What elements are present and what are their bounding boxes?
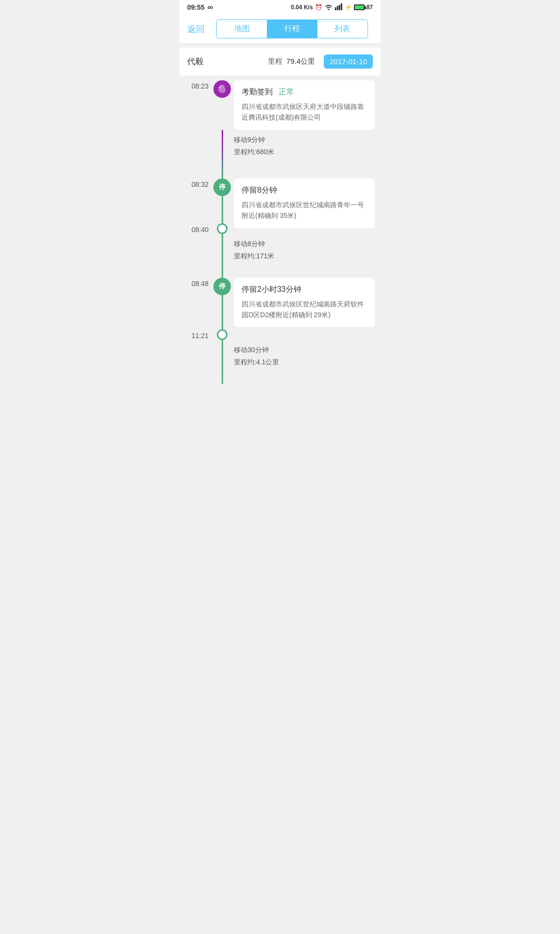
time-0840: 08:40	[179, 224, 212, 234]
tabs-container: 地图 行程 列表	[216, 19, 368, 38]
time-0823: 08:23	[179, 80, 212, 130]
event-end-row-2: 11:21	[179, 329, 381, 340]
dot-stop-2: 停	[213, 278, 231, 295]
vline-purple-top	[222, 130, 223, 140]
status-left: 09:55 ∞	[187, 3, 213, 12]
dot-end-1	[217, 223, 228, 234]
move-time-col-2	[179, 234, 212, 278]
network-speed: 0.04 K/s	[291, 4, 313, 11]
svg-rect-2	[339, 5, 340, 10]
time-1121: 11:21	[179, 330, 212, 340]
event-card-2: 停留8分钟 四川省成都市武侯区世纪城南路青年一号附近(精确到 35米)	[234, 179, 375, 228]
event-row-3: 08:48 停 停留2小时33分钟 四川省成都市武侯区世纪城南路天府软件园D区D…	[179, 278, 381, 334]
infinity-icon: ∞	[208, 3, 213, 12]
move-dist-2: 里程约:171米	[234, 250, 375, 262]
move-line-col-3	[212, 340, 232, 384]
dot-end-2	[217, 329, 228, 340]
svg-rect-1	[337, 6, 338, 10]
date-badge: 2017-01-10	[324, 54, 373, 69]
event-title-1: 考勤签到 正常	[242, 87, 367, 97]
timeline-section-3: 08:48 停 停留2小时33分钟 四川省成都市武侯区世纪城南路天府软件园D区D…	[179, 278, 381, 340]
status-bar: 09:55 ∞ 0.04 K/s ⏰ ⚡ 87	[179, 0, 381, 15]
svg-rect-0	[335, 7, 336, 10]
time-0848: 08:48	[179, 278, 212, 287]
event-card-3: 停留2小时33分钟 四川省成都市武侯区世纪城南路天府软件园D区D2楼附近(精确到…	[234, 278, 375, 327]
event-title-3: 停留2小时33分钟	[242, 285, 367, 295]
move-time-col-3	[179, 340, 212, 384]
move-segment-3: 移动30分钟 里程约:4.1公里	[179, 340, 381, 384]
event-title-2: 停留8分钟	[242, 185, 367, 196]
vline-gradient	[222, 140, 223, 179]
line-col-1	[212, 80, 232, 130]
mileage-label: 里程	[268, 57, 282, 66]
wifi-icon	[324, 3, 333, 12]
timeline: 08:23 考勤签到 正常 四川省成都市武侯区天府大道中段辅路靠近腾讯科技(成都…	[179, 75, 381, 398]
info-bar: 代毅 里程 79.4公里 2017-01-10	[179, 48, 381, 75]
status-right: 0.04 K/s ⏰ ⚡ 87	[291, 3, 373, 12]
vline-green-4	[222, 340, 223, 384]
move-duration-2: 移动8分钟	[234, 238, 375, 250]
timeline-section-1: 08:23 考勤签到 正常 四川省成都市武侯区天府大道中段辅路靠近腾讯科技(成都…	[179, 80, 381, 130]
event-row-2: 08:32 停 停留8分钟 四川省成都市武侯区世纪城南路青年一号附近(精确到 3…	[179, 179, 381, 228]
time-0832: 08:32	[179, 179, 212, 188]
move-duration-3: 移动30分钟	[234, 344, 375, 356]
status-time: 09:55	[187, 3, 205, 11]
event-address-1: 四川省成都市武侯区天府大道中段辅路靠近腾讯科技(成都)有限公司	[242, 101, 367, 123]
move-content-1: 移动9分钟 里程约:680米	[232, 130, 381, 179]
dot-fingerprint	[213, 80, 231, 98]
tab-map[interactable]: 地图	[217, 20, 267, 38]
event-row-1: 08:23 考勤签到 正常 四川省成都市武侯区天府大道中段辅路靠近腾讯科技(成都…	[179, 80, 381, 130]
driver-name: 代毅	[187, 56, 204, 67]
move-dist-1: 里程约:680米	[234, 146, 375, 158]
back-button[interactable]: 返回	[187, 23, 211, 35]
event-address-2: 四川省成都市武侯区世纪城南路青年一号附近(精确到 35米)	[242, 199, 367, 221]
move-line-col-2	[212, 234, 232, 278]
header: 返回 地图 行程 列表	[179, 15, 381, 44]
move-content-3: 移动30分钟 里程约:4.1公里	[232, 340, 381, 384]
signal-icon	[335, 3, 343, 12]
svg-rect-3	[341, 3, 342, 10]
vline-green-2	[222, 234, 223, 278]
charging-icon: ⚡	[345, 4, 352, 11]
move-dist-3: 里程约:4.1公里	[234, 356, 375, 368]
line-col-3: 停	[212, 278, 232, 334]
line-col-end-2	[212, 329, 232, 340]
move-duration-1: 移动9分钟	[234, 134, 375, 146]
alarm-icon: ⏰	[315, 4, 322, 11]
move-segment-1: 移动9分钟 里程约:680米	[179, 130, 381, 179]
tab-trip[interactable]: 行程	[267, 20, 317, 38]
vline-green-3	[222, 295, 223, 334]
move-time-col-1	[179, 130, 212, 179]
tab-list[interactable]: 列表	[317, 20, 368, 38]
battery-icon	[354, 4, 365, 10]
battery-percent: 87	[367, 4, 373, 11]
move-content-2: 移动8分钟 里程约:171米	[232, 234, 381, 278]
dot-stop-1: 停	[213, 179, 231, 196]
mileage-value: 79.4公里	[286, 57, 315, 66]
vline-green-1	[222, 196, 223, 225]
line-col-end-1	[212, 223, 232, 234]
event-address-3: 四川省成都市武侯区世纪城南路天府软件园D区D2楼附近(精确到 29米)	[242, 299, 367, 321]
status-normal-1: 正常	[279, 88, 294, 96]
event-card-1: 考勤签到 正常 四川省成都市武侯区天府大道中段辅路靠近腾讯科技(成都)有限公司	[234, 80, 375, 130]
move-line-col-1	[212, 130, 232, 179]
move-segment-2: 移动8分钟 里程约:171米	[179, 234, 381, 278]
timeline-section-2: 08:32 停 停留8分钟 四川省成都市武侯区世纪城南路青年一号附近(精确到 3…	[179, 179, 381, 234]
line-col-2: 停	[212, 179, 232, 225]
